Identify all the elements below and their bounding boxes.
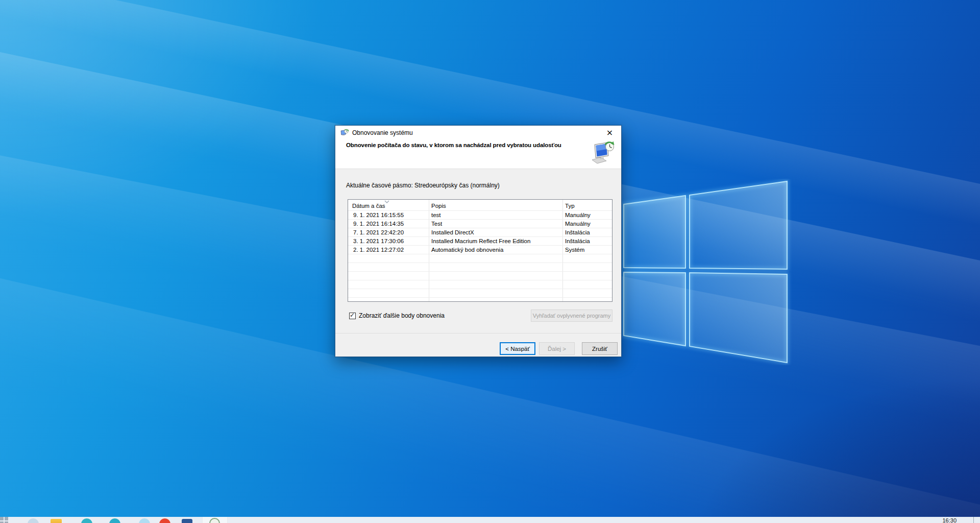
checkbox-label: Zobraziť ďalšie body obnovenia <box>359 312 445 319</box>
taskbar: 16:30 <box>0 517 980 523</box>
dialog-heading: Obnovenie počítača do stavu, v ktorom sa… <box>346 142 561 148</box>
cancel-button[interactable]: Zrušiť <box>582 342 618 355</box>
taskbar-app-icon-4[interactable] <box>139 518 150 523</box>
cell-date: 9. 1. 2021 16:14:35 <box>353 220 428 228</box>
cell-description: Installed Macrium Reflect Free Edition <box>431 237 561 246</box>
cell-date: 7. 1. 2021 22:42:20 <box>353 228 428 237</box>
system-restore-icon <box>340 129 349 137</box>
next-button[interactable]: Ďalej > <box>539 342 575 355</box>
taskbar-app-icon-1[interactable] <box>28 518 39 523</box>
system-restore-taskbar-icon <box>209 518 220 523</box>
taskbar-app-icon-3[interactable] <box>109 518 120 523</box>
show-desktop-divider[interactable] <box>973 517 974 523</box>
cell-type: Manuálny <box>565 211 611 220</box>
column-header-label: Dátum a čas <box>352 203 385 209</box>
restore-points-table: Dátum a čas Popis Typ 9. 1. 2021 16:15:5… <box>348 199 612 302</box>
cell-type: Inštalácia <box>565 237 611 246</box>
timezone-label: Aktuálne časové pásmo: Stredoeurópsky ča… <box>346 182 500 189</box>
system-restore-large-icon <box>591 140 615 164</box>
sort-descending-icon <box>384 200 390 203</box>
empty-row <box>348 289 612 298</box>
cell-type: Systém <box>565 246 611 254</box>
start-button[interactable] <box>0 517 8 523</box>
empty-row <box>348 254 612 263</box>
taskbar-app-icon-2[interactable] <box>81 518 92 523</box>
restore-point-row[interactable]: 2. 1. 2021 12:27:02 Automatický bod obno… <box>348 246 612 254</box>
active-app-button-system-restore[interactable] <box>202 517 228 523</box>
restore-point-row[interactable]: 7. 1. 2021 22:42:20 Installed DirectX In… <box>348 228 612 237</box>
empty-row <box>348 263 612 272</box>
show-more-restore-points-checkbox[interactable]: ✓ Zobraziť ďalšie body obnovenia <box>349 311 445 320</box>
windows-logo <box>620 179 794 365</box>
checkbox-box: ✓ <box>349 313 356 319</box>
file-explorer-icon[interactable] <box>51 519 62 523</box>
cell-description: Installed DirectX <box>431 228 561 237</box>
cell-type: Manuálny <box>565 220 611 228</box>
restore-point-row[interactable]: 9. 1. 2021 16:14:35 Test Manuálny <box>348 220 612 228</box>
taskbar-app-icon-5[interactable] <box>159 518 170 523</box>
close-button[interactable]: × <box>598 126 621 140</box>
cell-date: 2. 1. 2021 12:27:02 <box>353 246 428 254</box>
cell-description: test <box>431 211 561 220</box>
taskbar-clock[interactable]: 16:30 <box>942 517 957 523</box>
checkmark-icon: ✓ <box>350 312 355 319</box>
dialog-titlebar[interactable]: Obnovovanie systému × <box>335 126 621 140</box>
table-header-row: Dátum a čas Popis Typ <box>348 200 612 211</box>
button-area-separator <box>335 333 621 334</box>
column-header-label: Popis <box>431 203 446 209</box>
cell-type: Inštalácia <box>565 228 611 237</box>
back-button[interactable]: < Naspäť <box>500 342 535 355</box>
taskbar-app-icon-6[interactable] <box>182 519 192 523</box>
column-header-label: Typ <box>565 203 575 209</box>
empty-row <box>348 280 612 289</box>
cell-date: 3. 1. 2021 17:30:06 <box>353 237 428 246</box>
empty-row <box>348 298 612 302</box>
restore-point-row[interactable]: 9. 1. 2021 16:15:55 test Manuálny <box>348 211 612 220</box>
column-header-description[interactable]: Popis <box>431 200 446 211</box>
dialog-title: Obnovovanie systému <box>352 126 413 140</box>
restore-point-row[interactable]: 3. 1. 2021 17:30:06 Installed Macrium Re… <box>348 237 612 246</box>
cell-description: Test <box>431 220 561 228</box>
cell-date: 9. 1. 2021 16:15:55 <box>353 211 428 220</box>
system-restore-dialog: Obnovovanie systému × Obnovenie počítača… <box>335 125 622 357</box>
desktop: Obnovovanie systému × Obnovenie počítača… <box>0 0 980 523</box>
scan-affected-programs-button[interactable]: Vyhľadať ovplyvnené programy <box>531 310 612 322</box>
column-header-type[interactable]: Typ <box>565 200 575 211</box>
empty-row <box>348 272 612 280</box>
cell-description: Automatický bod obnovenia <box>431 246 561 254</box>
column-header-date[interactable]: Dátum a čas <box>352 200 385 211</box>
